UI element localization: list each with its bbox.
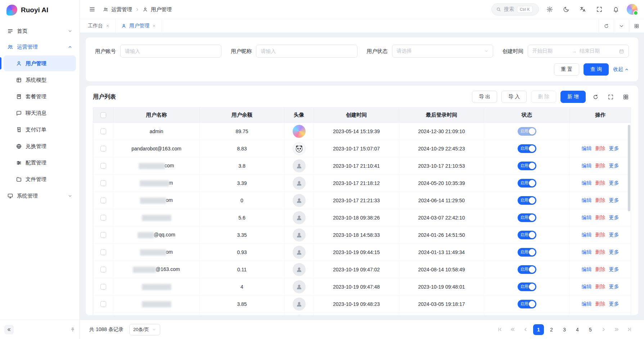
delete-link[interactable]: 删除 [595,197,605,203]
settings-gear-icon[interactable] [544,4,555,15]
page-button-1[interactable]: 1 [533,324,544,335]
page-button-3[interactable]: 3 [559,324,570,335]
hamburger-menu-icon[interactable] [86,4,98,15]
edit-link[interactable]: 编辑 [582,145,592,151]
page-button-2[interactable]: 2 [546,324,557,335]
add-button[interactable]: 新 增 [560,91,586,103]
last-page-button[interactable] [624,324,635,335]
dark-mode-moon-icon[interactable] [560,4,572,15]
row-checkbox[interactable] [100,128,106,134]
fullscreen-icon[interactable] [594,4,605,15]
row-checkbox[interactable] [100,284,106,290]
account-input[interactable] [120,45,221,58]
first-page-button[interactable] [494,324,505,335]
tab-options-chevron-icon[interactable] [614,19,629,33]
tab-user-management[interactable]: 用户管理 [116,19,162,33]
status-toggle[interactable]: 启用 [518,300,536,308]
row-checkbox[interactable] [100,232,106,238]
sidebar-item-system[interactable]: 系统管理 [4,188,76,204]
delete-link[interactable]: 删除 [595,249,605,255]
column-settings-icon[interactable] [620,91,631,102]
row-checkbox[interactable] [100,249,106,255]
more-link[interactable]: 更多 [609,180,619,186]
more-link[interactable]: 更多 [609,197,619,203]
more-link[interactable]: 更多 [609,284,619,289]
sidebar-collapse-button[interactable] [4,325,14,334]
sidebar-item-order[interactable]: 支付订单 [4,122,76,137]
delete-link[interactable]: 删除 [595,214,605,220]
status-select[interactable]: 请选择 [392,45,493,58]
more-link[interactable]: 更多 [609,145,619,151]
close-icon[interactable] [106,24,109,28]
more-link[interactable]: 更多 [609,249,619,255]
import-button[interactable]: 导 入 [501,91,527,103]
delete-link[interactable]: 删除 [595,145,605,151]
language-translate-icon[interactable] [577,4,589,15]
reset-button[interactable]: 重 置 [554,63,579,76]
delete-link[interactable]: 删除 [595,301,605,307]
user-avatar[interactable] [627,4,638,15]
breadcrumb-item[interactable]: 运营管理 [111,6,132,13]
more-link[interactable]: 更多 [609,266,619,272]
vertical-scrollbar[interactable] [628,125,630,211]
status-toggle[interactable]: 启用 [518,213,536,222]
more-link[interactable]: 更多 [609,301,619,307]
edit-link[interactable]: 编辑 [582,266,592,272]
sidebar-item-config[interactable]: 配置管理 [4,155,76,171]
delete-link[interactable]: 删除 [595,163,605,168]
edit-link[interactable]: 编辑 [582,163,592,168]
date-range-picker[interactable]: 开始日期 → 结束日期 [528,45,629,58]
page-button-5[interactable]: 5 [585,324,596,335]
edit-link[interactable]: 编辑 [582,197,592,203]
select-all-checkbox[interactable] [100,112,106,118]
more-link[interactable]: 更多 [609,214,619,220]
edit-link[interactable]: 编辑 [582,284,592,289]
row-checkbox[interactable] [100,215,106,221]
refresh-page-icon[interactable] [599,19,614,33]
delete-link[interactable]: 删除 [595,180,605,186]
sidebar-item-exchange[interactable]: 兑换管理 [4,138,76,154]
close-icon[interactable] [152,24,156,28]
global-search[interactable]: 搜索 Ctrl K [491,3,539,15]
delete-button[interactable]: 删 除 [531,91,556,103]
row-checkbox[interactable] [100,301,106,307]
delete-link[interactable]: 删除 [595,266,605,272]
status-toggle[interactable]: 启用 [518,282,536,291]
row-checkbox[interactable] [100,198,106,203]
query-button[interactable]: 查 询 [584,63,609,76]
sidebar-item-operations[interactable]: 运营管理 [4,39,76,55]
table-fullscreen-icon[interactable] [605,91,616,102]
edit-link[interactable]: 编辑 [582,214,592,220]
more-link[interactable]: 更多 [609,163,619,168]
status-toggle[interactable]: 启用 [518,162,536,170]
delete-link[interactable]: 删除 [595,232,605,238]
status-toggle[interactable]: 启用 [518,265,536,274]
prev-page-button[interactable] [520,324,531,335]
edit-link[interactable]: 编辑 [582,232,592,238]
sidebar-item-home[interactable]: 首页 [4,23,76,39]
sidebar-item-package[interactable]: 套餐管理 [4,89,76,104]
status-toggle[interactable]: 启用 [518,127,536,136]
sidebar-item-file[interactable]: 文件管理 [4,171,76,187]
notifications-bell-icon[interactable] [610,4,622,15]
delete-link[interactable]: 删除 [595,284,605,289]
page-size-select[interactable]: 20条/页 [129,324,160,335]
sidebar-item-user[interactable]: 用户管理 [4,55,76,71]
sidebar-item-model[interactable]: 系统模型 [4,72,76,88]
status-toggle[interactable]: 启用 [518,179,536,187]
next-page-button[interactable] [598,324,609,335]
edit-link[interactable]: 编辑 [582,301,592,307]
forward-five-pages-button[interactable] [611,324,622,335]
logo[interactable]: Ruoyi AI [0,0,80,20]
back-five-pages-button[interactable] [507,324,518,335]
row-checkbox[interactable] [100,180,106,186]
more-link[interactable]: 更多 [609,232,619,238]
status-toggle[interactable]: 启用 [518,231,536,239]
status-toggle[interactable]: 启用 [518,196,536,205]
status-toggle[interactable]: 启用 [518,144,536,153]
pin-icon[interactable] [70,327,75,332]
export-button[interactable]: 导 出 [472,91,497,103]
row-checkbox[interactable] [100,267,106,272]
tab-workbench[interactable]: 工作台 [82,19,116,33]
refresh-table-icon[interactable] [590,91,601,102]
